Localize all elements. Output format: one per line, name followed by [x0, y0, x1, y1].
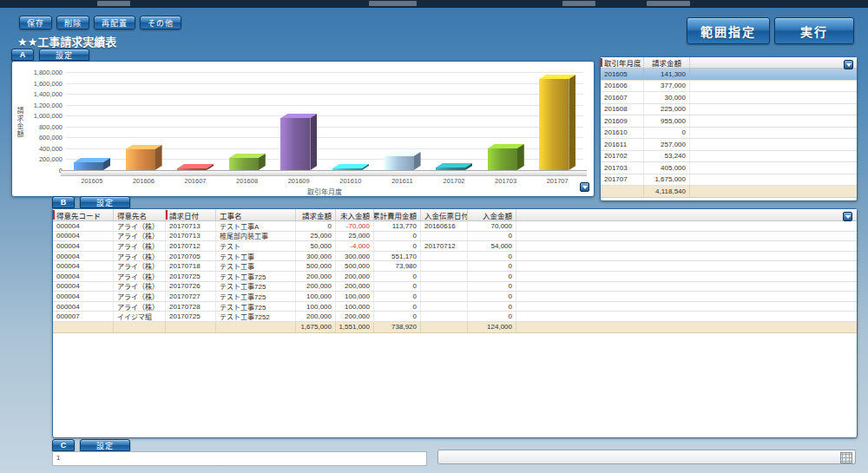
page-title: ★★工事請求実績表	[17, 33, 116, 49]
chart-tabrow: A 設定	[11, 49, 89, 61]
delete-button[interactable]: 削除	[56, 16, 89, 30]
x-tick-label: 201609	[273, 177, 325, 185]
detail-row[interactable]: 000004アライ（株）20170718テスト工事500,000500,0007…	[53, 261, 857, 272]
bar-201611[interactable]	[385, 156, 414, 170]
summary-row[interactable]: 201703405,000	[601, 162, 857, 174]
column-header-8[interactable]: 入金金額	[468, 209, 516, 220]
cell-8: 0	[468, 272, 516, 281]
bar-201606[interactable]	[126, 149, 155, 170]
summary-row[interactable]: 201605141,300	[601, 69, 857, 81]
cell-amount: 53,240	[644, 151, 690, 162]
footer-settings-button[interactable]: 設定	[80, 439, 130, 451]
cell-5: -4,000	[336, 241, 374, 251]
column-header-6[interactable]: 累計費用金額	[374, 209, 421, 220]
column-header-amount[interactable]: 請求金額	[644, 57, 690, 68]
cell-4: 200,000	[296, 272, 336, 281]
bar-201605[interactable]	[74, 162, 103, 170]
y-tick-label: 0	[17, 167, 62, 174]
collapse-panel-icon[interactable]	[580, 182, 589, 192]
chart-settings-button[interactable]: 設定	[39, 49, 89, 61]
cell-period: 201607	[601, 92, 644, 103]
range-select-button[interactable]: 範囲指定	[687, 17, 770, 44]
detail-row[interactable]: 000004アライ（株）20170705テスト工事300,000300,0005…	[53, 252, 857, 262]
cell-4: 0	[296, 221, 336, 231]
cell-filler	[516, 272, 857, 281]
cell-filler	[516, 241, 857, 251]
cell-6: 0	[374, 292, 421, 301]
bar-201609[interactable]	[280, 118, 310, 170]
cell-0: 000004	[53, 302, 114, 312]
summary-table-header: 取引年月度請求金額	[601, 57, 857, 69]
cell-1: アライ（株）	[114, 252, 166, 261]
column-header-1[interactable]: 得意先名	[114, 209, 166, 220]
cell-8: 0	[468, 252, 516, 261]
summary-row[interactable]: 201609955,000	[601, 115, 857, 128]
cell-8: 0	[468, 302, 516, 312]
cell-6: 0	[374, 282, 421, 292]
column-header-0[interactable]: 得意先コード	[53, 209, 114, 220]
execute-button[interactable]: 実行	[774, 17, 854, 44]
cell-total-1	[114, 322, 166, 332]
summary-row[interactable]: 201608225,000	[601, 104, 857, 116]
rearrange-button[interactable]: 再配置	[94, 16, 135, 30]
summary-row[interactable]: 20170253,240	[601, 151, 857, 163]
footer-input-bar[interactable]	[437, 450, 856, 464]
column-header-7[interactable]: 入金伝票日付	[421, 209, 468, 220]
detail-row[interactable]: 000004アライ（株）20170727テスト工事725100,000100,0…	[53, 292, 857, 302]
column-header-3[interactable]: 工事名	[216, 209, 296, 220]
summary-row[interactable]: 201606377,000	[601, 81, 857, 93]
bar-201703[interactable]	[488, 148, 517, 170]
cell-0: 000004	[53, 221, 114, 231]
summary-row[interactable]: 2017071,675,000	[601, 174, 857, 187]
gridline	[66, 72, 583, 73]
cell-8: 0	[468, 282, 516, 292]
bar-201703-side	[517, 144, 524, 170]
cell-3: テスト工事	[216, 252, 296, 261]
column-header-5[interactable]: 未入金額	[336, 209, 374, 220]
column-header-period[interactable]: 取引年月度	[601, 57, 644, 68]
cell-2: 20170725	[166, 272, 216, 281]
column-header-4[interactable]: 請求金額	[296, 209, 336, 220]
cell-6: 551,170	[374, 252, 421, 261]
bar-201702[interactable]	[436, 168, 465, 170]
cell-3: テスト	[216, 241, 296, 251]
detail-row[interactable]: 000004アライ（株）20170728テスト工事725100,000100,0…	[53, 302, 857, 312]
y-tick-label: 1,600,000	[17, 80, 62, 88]
bar-201707[interactable]	[539, 79, 569, 170]
bar-201607[interactable]	[177, 168, 207, 170]
collapse-panel-icon[interactable]	[843, 212, 852, 221]
cell-amount: 955,000	[644, 115, 690, 127]
save-button[interactable]: 保存	[19, 16, 52, 30]
cell-total-0	[53, 322, 114, 332]
other-button[interactable]: その他	[140, 16, 181, 30]
chrome-patch	[97, 1, 130, 6]
column-header-2[interactable]: 請求日付	[166, 209, 216, 220]
detail-settings-button[interactable]: 設定	[80, 196, 130, 208]
summary-row[interactable]: 2016100	[601, 128, 857, 140]
collapse-panel-icon[interactable]	[844, 60, 853, 69]
detail-row[interactable]: 000004アライ（株）20170726テスト工事725200,000200,0…	[53, 282, 857, 292]
tab-b[interactable]: B	[52, 196, 75, 208]
detail-row[interactable]: 000004アライ（株）20170713椎尾部内装工事25,00025,0000…	[53, 232, 857, 242]
y-tick-label: 600,000	[17, 134, 62, 141]
cell-filler	[690, 186, 857, 197]
cell-period: 201611	[601, 139, 644, 150]
cell-filler	[690, 162, 857, 174]
tab-c[interactable]: C	[52, 439, 75, 451]
bar-201610[interactable]	[332, 168, 362, 170]
summary-row[interactable]: 201611257,000	[601, 139, 857, 151]
detail-row[interactable]: 000004アライ（株）20170713テスト工事A0-70,000113,77…	[53, 221, 857, 232]
detail-row[interactable]: 000007イイジマ組20170725テスト工事7252200,000200,0…	[53, 312, 857, 322]
tab-a[interactable]: A	[11, 49, 34, 61]
chrome-patch	[369, 1, 417, 6]
detail-row[interactable]: 000004アライ（株）20170725テスト工事725200,000200,0…	[53, 272, 857, 282]
bar-201608[interactable]	[229, 158, 259, 170]
y-tick-label: 1,800,000	[17, 69, 62, 76]
bar-201707-side	[569, 75, 575, 170]
summary-row[interactable]: 20160730,000	[601, 92, 857, 104]
detail-row[interactable]: 000004アライ（株）20170712テスト50,000-4,00002017…	[53, 241, 857, 252]
cell-period: 201702	[601, 151, 644, 162]
grid-icon[interactable]	[840, 452, 852, 463]
cell-period	[601, 186, 644, 197]
footer-row-list[interactable]: 1	[52, 451, 427, 466]
